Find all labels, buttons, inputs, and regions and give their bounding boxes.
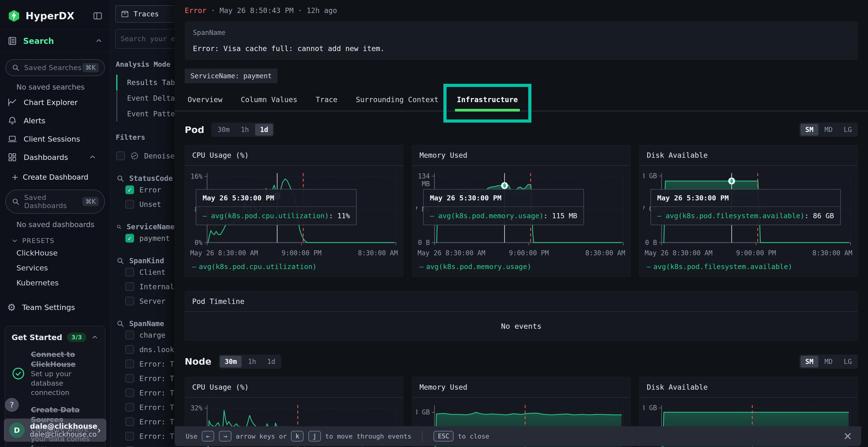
filter-option[interactable]: Error: The cr <box>111 400 175 414</box>
node-size-md[interactable]: MD <box>820 356 838 368</box>
service-name-tag[interactable]: ServiceName: payment <box>185 69 278 83</box>
chevron-right-icon: › <box>97 424 101 436</box>
denoise-checkbox[interactable] <box>116 151 125 160</box>
filter-option[interactable]: Server <box>111 294 175 308</box>
arrow-right-key[interactable]: → <box>219 431 231 442</box>
pod-timeline-card: Pod Timeline No events <box>185 291 858 341</box>
tooltip-series-name: avg(k8s.pod.filesystem.available) <box>665 212 804 220</box>
filter-option[interactable]: Error: The cr <box>111 414 175 429</box>
get-started-item[interactable]: Connect to ClickHouseSet up your databas… <box>11 350 99 398</box>
sidebar-item-team-settings[interactable]: ⚙ Team Settings <box>0 294 110 321</box>
tab-column-values[interactable]: Column Values <box>232 91 307 110</box>
create-dashboard-button[interactable]: + Create Dashboard <box>0 166 110 183</box>
esc-key[interactable]: ESC <box>434 431 454 442</box>
filter-option[interactable]: Internal <box>111 279 175 294</box>
pod-range-30m[interactable]: 30m <box>213 124 235 136</box>
filter-option[interactable]: Error: The cr <box>111 357 175 371</box>
presets-toggle[interactable]: PRESETS <box>0 231 110 245</box>
collapse-sidebar-icon[interactable] <box>92 10 103 21</box>
checkbox-unchecked[interactable] <box>125 200 134 209</box>
checkbox-unchecked[interactable] <box>125 282 134 291</box>
source-select[interactable]: Traces <box>115 5 175 23</box>
svg-text:9:00:00 PM: 9:00:00 PM <box>509 249 549 257</box>
tab-trace[interactable]: Trace <box>306 91 346 110</box>
tab-label: Trace <box>316 95 337 104</box>
footer-close-text: to close <box>458 433 489 440</box>
search-icon <box>116 319 124 328</box>
node-range-1d[interactable]: 1d <box>262 356 280 368</box>
help-button[interactable]: ? <box>5 398 19 412</box>
pod-size-md[interactable]: MD <box>820 124 838 136</box>
sidebar-item-dashboards[interactable]: Dashboards <box>0 148 110 166</box>
analysis-mode-event-patterns[interactable]: Event Patterns <box>116 106 175 122</box>
filter-option[interactable]: Unset <box>111 197 175 211</box>
checkbox-unchecked[interactable] <box>125 417 134 426</box>
filter-option[interactable]: Error <box>111 182 175 197</box>
event-search-input[interactable]: Search your e <box>115 29 175 49</box>
pod-range-1h[interactable]: 1h <box>236 124 254 136</box>
checkbox-unchecked[interactable] <box>125 388 134 397</box>
preset-clickhouse[interactable]: ClickHouse <box>0 245 110 260</box>
arrow-left-key[interactable]: ← <box>202 431 214 442</box>
checkbox-unchecked[interactable] <box>125 345 134 354</box>
filter-option[interactable]: Error: The cr <box>111 386 175 400</box>
checkbox-unchecked[interactable] <box>125 268 134 276</box>
denoise-filter-toggle[interactable]: Denoise Re <box>111 148 175 163</box>
checkbox-unchecked[interactable] <box>125 331 134 339</box>
user-menu[interactable]: D dale@clickhouse.com dale@clickhouse.co… <box>4 419 106 442</box>
checkbox-unchecked[interactable] <box>125 403 134 412</box>
pod-time-range-control: 30m1h1d <box>212 123 274 137</box>
chart-explorer-label: Chart Explorer <box>24 98 78 107</box>
analysis-mode-list: Results TableEvent DeltasEvent Patterns <box>116 75 175 122</box>
sidebar-item-search[interactable]: Search <box>0 29 110 53</box>
node-range-1h[interactable]: 1h <box>243 356 261 368</box>
pod-size-lg[interactable]: LG <box>839 124 857 136</box>
search-icon <box>116 174 124 182</box>
saved-searches-input[interactable]: Saved Searches ⌘K <box>5 59 105 76</box>
tab-infrastructure[interactable]: Infrastructure <box>448 91 527 110</box>
preset-services[interactable]: Services <box>0 260 110 275</box>
pod-size-sm[interactable]: SM <box>801 124 818 136</box>
node-range-30m[interactable]: 30m <box>220 356 242 368</box>
laptop-icon <box>7 134 18 144</box>
sidebar-item-chart-explorer[interactable]: Chart Explorer <box>0 93 110 111</box>
filter-option[interactable]: Error: The cr <box>111 443 175 447</box>
tab-surrounding-context[interactable]: Surrounding Context <box>347 91 448 110</box>
chart-area[interactable]: Event93 GB47 GB0 BMay 26 8:30:00 AM9:00:… <box>640 166 858 259</box>
filter-option[interactable]: Error: The cr <box>111 429 175 443</box>
saved-dashboards-input[interactable]: Saved Dashboards ⌘K <box>5 190 105 214</box>
node-section-header: Node 30m1h1d SMMDLG <box>185 354 858 369</box>
k-key[interactable]: k <box>291 431 304 442</box>
checkbox-unchecked[interactable] <box>125 359 134 368</box>
analysis-mode-results-table[interactable]: Results Table <box>116 75 175 90</box>
pod-range-1d[interactable]: 1d <box>255 124 273 136</box>
checkbox-unchecked[interactable] <box>125 374 134 383</box>
filter-option-label: payment <box>140 234 170 243</box>
tooltip-series-value: : 11% <box>329 212 350 220</box>
filter-option[interactable]: dns.lookup <box>111 342 175 357</box>
checkbox-checked[interactable] <box>125 185 134 194</box>
node-size-sm[interactable]: SM <box>801 356 818 368</box>
legend-dash-icon: — <box>647 263 651 271</box>
get-started-header[interactable]: Get Started 3/3 <box>11 333 99 342</box>
node-size-lg[interactable]: LG <box>839 356 857 368</box>
chart-area[interactable]: Event134MB67 MB0 BMay 26 8:30:00 AM9:00:… <box>412 166 630 259</box>
filter-option[interactable]: Client <box>111 265 175 279</box>
close-icon[interactable]: ✕ <box>843 430 852 442</box>
checkbox-unchecked[interactable] <box>125 297 134 305</box>
tab-overview[interactable]: Overview <box>179 91 232 110</box>
filter-option[interactable]: payment <box>111 231 175 245</box>
checkbox-unchecked[interactable] <box>125 432 134 441</box>
analysis-mode-event-deltas[interactable]: Event Deltas <box>116 90 175 106</box>
filter-option[interactable]: Error: The cr <box>111 371 175 386</box>
svg-text:9:00:00 PM: 9:00:00 PM <box>282 249 322 257</box>
search-icon <box>11 64 20 72</box>
sidebar-item-alerts[interactable]: Alerts <box>0 111 110 130</box>
sidebar-item-client-sessions[interactable]: Client Sessions <box>0 130 110 148</box>
checkbox-checked[interactable] <box>125 234 134 243</box>
j-key[interactable]: j <box>308 431 321 442</box>
filter-option[interactable]: charge <box>111 328 175 342</box>
footer-move-text: to move through events <box>325 433 411 440</box>
chart-area[interactable]: Event16%8%0%May 26 8:30:00 AM9:00:00 PM8… <box>185 166 403 259</box>
preset-kubernetes[interactable]: Kubernetes <box>0 275 110 290</box>
